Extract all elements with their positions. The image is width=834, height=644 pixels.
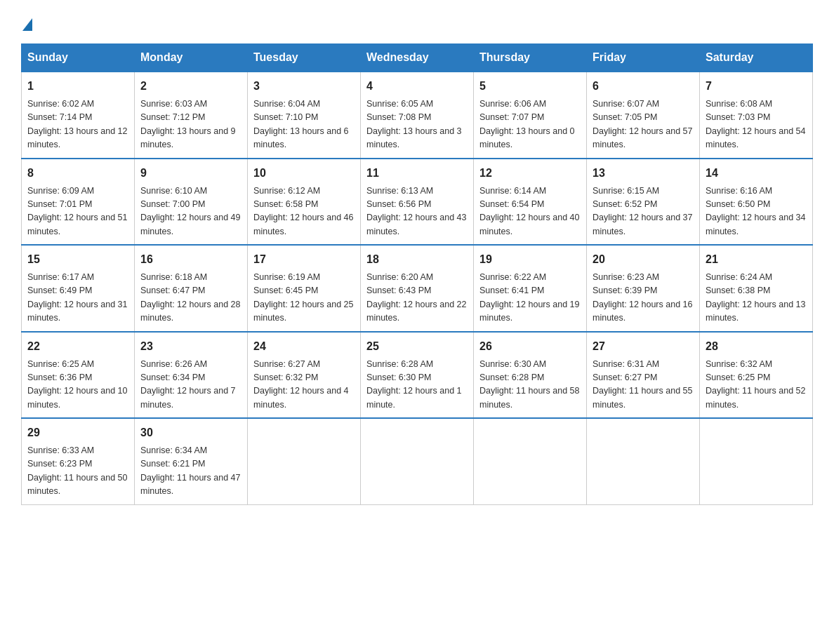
day-number: 20 xyxy=(593,251,694,268)
calendar-cell: 22Sunrise: 6:25 AMSunset: 6:36 PMDayligh… xyxy=(22,332,135,419)
day-number: 14 xyxy=(706,165,807,182)
calendar-cell: 4Sunrise: 6:05 AMSunset: 7:08 PMDaylight… xyxy=(361,72,474,159)
calendar-cell: 19Sunrise: 6:22 AMSunset: 6:41 PMDayligh… xyxy=(474,245,587,332)
page-header xyxy=(21,21,813,29)
calendar-cell: 29Sunrise: 6:33 AMSunset: 6:23 PMDayligh… xyxy=(22,418,135,504)
calendar-header-friday: Friday xyxy=(587,44,700,72)
calendar-week-row: 1Sunrise: 6:02 AMSunset: 7:14 PMDaylight… xyxy=(22,72,813,159)
day-number: 3 xyxy=(253,78,355,95)
calendar-cell: 18Sunrise: 6:20 AMSunset: 6:43 PMDayligh… xyxy=(361,245,474,332)
logo xyxy=(21,21,32,29)
day-number: 9 xyxy=(140,165,241,182)
day-info: Sunrise: 6:18 AMSunset: 6:47 PMDaylight:… xyxy=(140,271,241,326)
day-number: 4 xyxy=(366,78,468,95)
day-number: 24 xyxy=(253,338,355,355)
calendar-cell: 5Sunrise: 6:06 AMSunset: 7:07 PMDaylight… xyxy=(474,72,587,159)
calendar-week-row: 29Sunrise: 6:33 AMSunset: 6:23 PMDayligh… xyxy=(22,418,813,504)
calendar-cell: 23Sunrise: 6:26 AMSunset: 6:34 PMDayligh… xyxy=(135,332,248,419)
day-number: 18 xyxy=(366,251,468,268)
day-info: Sunrise: 6:02 AMSunset: 7:14 PMDaylight:… xyxy=(27,98,128,152)
calendar-header-monday: Monday xyxy=(135,44,248,72)
calendar-cell: 27Sunrise: 6:31 AMSunset: 6:27 PMDayligh… xyxy=(587,332,700,419)
day-info: Sunrise: 6:23 AMSunset: 6:39 PMDaylight:… xyxy=(593,271,694,326)
calendar-header-tuesday: Tuesday xyxy=(248,44,361,72)
day-info: Sunrise: 6:17 AMSunset: 6:49 PMDaylight:… xyxy=(27,271,128,326)
day-info: Sunrise: 6:32 AMSunset: 6:25 PMDaylight:… xyxy=(706,358,807,412)
day-info: Sunrise: 6:22 AMSunset: 6:41 PMDaylight:… xyxy=(479,271,581,326)
day-info: Sunrise: 6:33 AMSunset: 6:23 PMDaylight:… xyxy=(27,444,128,499)
day-info: Sunrise: 6:12 AMSunset: 6:58 PMDaylight:… xyxy=(253,185,355,239)
calendar-cell: 8Sunrise: 6:09 AMSunset: 7:01 PMDaylight… xyxy=(22,159,135,246)
day-number: 7 xyxy=(706,78,807,95)
calendar-cell: 20Sunrise: 6:23 AMSunset: 6:39 PMDayligh… xyxy=(587,245,700,332)
day-number: 23 xyxy=(140,338,241,355)
calendar-week-row: 15Sunrise: 6:17 AMSunset: 6:49 PMDayligh… xyxy=(22,245,813,332)
day-info: Sunrise: 6:24 AMSunset: 6:38 PMDaylight:… xyxy=(706,271,807,326)
calendar-week-row: 22Sunrise: 6:25 AMSunset: 6:36 PMDayligh… xyxy=(22,332,813,419)
day-number: 30 xyxy=(140,424,241,441)
day-info: Sunrise: 6:06 AMSunset: 7:07 PMDaylight:… xyxy=(479,98,581,152)
day-info: Sunrise: 6:05 AMSunset: 7:08 PMDaylight:… xyxy=(366,98,468,152)
calendar-week-row: 8Sunrise: 6:09 AMSunset: 7:01 PMDaylight… xyxy=(22,159,813,246)
logo-triangle-icon xyxy=(22,18,32,31)
day-info: Sunrise: 6:30 AMSunset: 6:28 PMDaylight:… xyxy=(479,358,581,412)
calendar-cell xyxy=(700,418,813,504)
calendar-cell: 13Sunrise: 6:15 AMSunset: 6:52 PMDayligh… xyxy=(587,159,700,246)
calendar-cell xyxy=(587,418,700,504)
calendar-cell: 24Sunrise: 6:27 AMSunset: 6:32 PMDayligh… xyxy=(248,332,361,419)
day-number: 10 xyxy=(253,165,355,182)
calendar-cell: 16Sunrise: 6:18 AMSunset: 6:47 PMDayligh… xyxy=(135,245,248,332)
calendar-cell: 3Sunrise: 6:04 AMSunset: 7:10 PMDaylight… xyxy=(248,72,361,159)
calendar-cell: 2Sunrise: 6:03 AMSunset: 7:12 PMDaylight… xyxy=(135,72,248,159)
calendar-cell: 30Sunrise: 6:34 AMSunset: 6:21 PMDayligh… xyxy=(135,418,248,504)
day-number: 13 xyxy=(593,165,694,182)
day-number: 29 xyxy=(27,424,128,441)
calendar-header-row: SundayMondayTuesdayWednesdayThursdayFrid… xyxy=(22,44,813,72)
calendar-cell xyxy=(474,418,587,504)
day-info: Sunrise: 6:09 AMSunset: 7:01 PMDaylight:… xyxy=(27,185,128,239)
day-info: Sunrise: 6:13 AMSunset: 6:56 PMDaylight:… xyxy=(366,185,468,239)
day-info: Sunrise: 6:14 AMSunset: 6:54 PMDaylight:… xyxy=(479,185,581,239)
calendar-cell xyxy=(361,418,474,504)
day-number: 8 xyxy=(27,165,128,182)
day-number: 16 xyxy=(140,251,241,268)
day-info: Sunrise: 6:26 AMSunset: 6:34 PMDaylight:… xyxy=(140,358,241,412)
day-number: 28 xyxy=(706,338,807,355)
day-info: Sunrise: 6:19 AMSunset: 6:45 PMDaylight:… xyxy=(253,271,355,326)
calendar-cell: 12Sunrise: 6:14 AMSunset: 6:54 PMDayligh… xyxy=(474,159,587,246)
day-info: Sunrise: 6:25 AMSunset: 6:36 PMDaylight:… xyxy=(27,358,128,412)
day-number: 22 xyxy=(27,338,128,355)
calendar-cell: 7Sunrise: 6:08 AMSunset: 7:03 PMDaylight… xyxy=(700,72,813,159)
calendar-cell: 28Sunrise: 6:32 AMSunset: 6:25 PMDayligh… xyxy=(700,332,813,419)
calendar-cell: 15Sunrise: 6:17 AMSunset: 6:49 PMDayligh… xyxy=(22,245,135,332)
day-info: Sunrise: 6:04 AMSunset: 7:10 PMDaylight:… xyxy=(253,98,355,152)
calendar-table: SundayMondayTuesdayWednesdayThursdayFrid… xyxy=(21,43,813,505)
calendar-cell: 11Sunrise: 6:13 AMSunset: 6:56 PMDayligh… xyxy=(361,159,474,246)
calendar-header-thursday: Thursday xyxy=(474,44,587,72)
day-number: 26 xyxy=(479,338,581,355)
calendar-cell: 6Sunrise: 6:07 AMSunset: 7:05 PMDaylight… xyxy=(587,72,700,159)
day-info: Sunrise: 6:20 AMSunset: 6:43 PMDaylight:… xyxy=(366,271,468,326)
day-number: 11 xyxy=(366,165,468,182)
calendar-cell: 1Sunrise: 6:02 AMSunset: 7:14 PMDaylight… xyxy=(22,72,135,159)
day-number: 1 xyxy=(27,78,128,95)
day-info: Sunrise: 6:03 AMSunset: 7:12 PMDaylight:… xyxy=(140,98,241,152)
calendar-cell: 21Sunrise: 6:24 AMSunset: 6:38 PMDayligh… xyxy=(700,245,813,332)
day-number: 27 xyxy=(593,338,694,355)
day-info: Sunrise: 6:10 AMSunset: 7:00 PMDaylight:… xyxy=(140,185,241,239)
day-info: Sunrise: 6:31 AMSunset: 6:27 PMDaylight:… xyxy=(593,358,694,412)
day-info: Sunrise: 6:08 AMSunset: 7:03 PMDaylight:… xyxy=(706,98,807,152)
calendar-header-saturday: Saturday xyxy=(700,44,813,72)
day-info: Sunrise: 6:28 AMSunset: 6:30 PMDaylight:… xyxy=(366,358,468,412)
calendar-cell: 25Sunrise: 6:28 AMSunset: 6:30 PMDayligh… xyxy=(361,332,474,419)
calendar-header-sunday: Sunday xyxy=(22,44,135,72)
day-info: Sunrise: 6:16 AMSunset: 6:50 PMDaylight:… xyxy=(706,185,807,239)
day-number: 17 xyxy=(253,251,355,268)
calendar-cell xyxy=(248,418,361,504)
day-number: 5 xyxy=(479,78,581,95)
day-info: Sunrise: 6:15 AMSunset: 6:52 PMDaylight:… xyxy=(593,185,694,239)
day-number: 15 xyxy=(27,251,128,268)
day-info: Sunrise: 6:07 AMSunset: 7:05 PMDaylight:… xyxy=(593,98,694,152)
calendar-cell: 10Sunrise: 6:12 AMSunset: 6:58 PMDayligh… xyxy=(248,159,361,246)
calendar-cell: 17Sunrise: 6:19 AMSunset: 6:45 PMDayligh… xyxy=(248,245,361,332)
